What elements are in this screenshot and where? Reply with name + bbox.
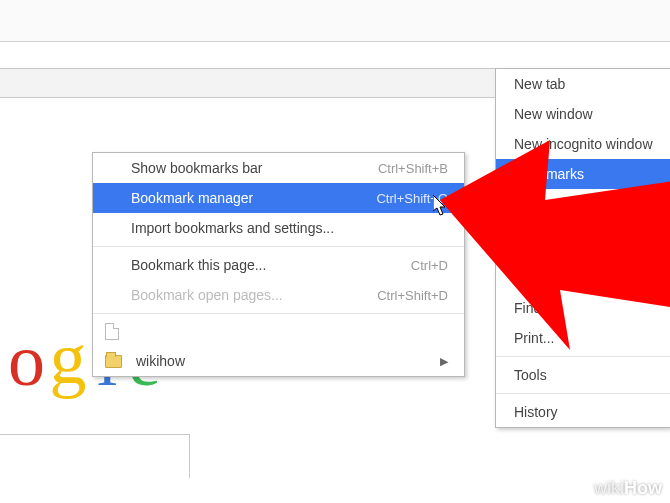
recent-tabs-item[interactable]: Recent Tabs — [496, 189, 670, 219]
history-item[interactable]: History — [496, 397, 670, 427]
menu-separator — [93, 246, 464, 247]
tools-item[interactable]: Tools — [496, 360, 670, 390]
folder-icon — [105, 355, 122, 368]
menu-separator — [93, 313, 464, 314]
menu-item-label: Bookmark manager — [131, 190, 253, 206]
menu-item-label: Find... — [514, 300, 553, 316]
relaunch-chrome-item[interactable]: Relaunch Chrome in Wi — [496, 226, 670, 256]
menu-separator — [496, 356, 670, 357]
save-page-item[interactable]: Save page as... — [496, 263, 670, 293]
menu-item-label: New tab — [514, 76, 565, 92]
bookmarks-submenu: Show bookmarks bar Ctrl+Shift+B Bookmark… — [92, 152, 465, 377]
menu-separator — [496, 393, 670, 394]
wikihow-watermark: wikiHow — [594, 478, 662, 499]
bookmarks-item[interactable]: Bookmarks — [496, 159, 670, 189]
logo-letter: o — [8, 318, 41, 403]
bookmark-this-page-item[interactable]: Bookmark this page... Ctrl+D — [93, 250, 464, 280]
menu-item-label: Bookmark this page... — [131, 257, 266, 273]
menu-item-label: History — [514, 404, 558, 420]
find-item[interactable]: Find... — [496, 293, 670, 323]
file-icon — [105, 323, 119, 340]
bookmark-file-item[interactable] — [93, 317, 464, 346]
menu-item-label: New window — [514, 106, 593, 122]
print-item[interactable]: Print... — [496, 323, 670, 353]
menu-item-shortcut: Ctrl+D — [411, 258, 448, 273]
menu-item-label: Print... — [514, 330, 554, 346]
new-tab-item[interactable]: New tab — [496, 69, 670, 99]
menu-item-label: Show bookmarks bar — [131, 160, 263, 176]
new-window-item[interactable]: New window — [496, 99, 670, 129]
menu-separator — [496, 259, 670, 260]
import-bookmarks-item[interactable]: Import bookmarks and settings... — [93, 213, 464, 243]
menu-item-label: Bookmark open pages... — [131, 287, 283, 303]
menu-item-label: Tools — [514, 367, 547, 383]
menu-item-label: Recent Tabs — [514, 196, 592, 212]
menu-item-shortcut: Ctrl+Shift+D — [377, 288, 448, 303]
menu-item-shortcut: Ctrl+Shift+B — [378, 161, 448, 176]
chevron-right-icon: ▶ — [440, 355, 448, 368]
menu-item-label: Import bookmarks and settings... — [131, 220, 334, 236]
new-incognito-window-item[interactable]: New incognito window — [496, 129, 670, 159]
menu-item-shortcut: Ctrl+Shift+O — [376, 191, 448, 206]
bookmark-open-pages-item: Bookmark open pages... Ctrl+Shift+D — [93, 280, 464, 310]
logo-letter: g — [50, 316, 83, 401]
watermark-suffix: How — [624, 478, 662, 498]
menu-item-label: New incognito window — [514, 136, 653, 152]
google-search-input[interactable] — [0, 434, 190, 478]
browser-toolbar — [0, 0, 670, 42]
watermark-prefix: wiki — [594, 478, 624, 498]
bookmark-folder-item[interactable]: wikihow ▶ — [93, 346, 464, 376]
folder-label: wikihow — [136, 353, 185, 369]
bookmark-manager-item[interactable]: Bookmark manager Ctrl+Shift+O — [93, 183, 464, 213]
chrome-main-menu: New tab New window New incognito window … — [495, 68, 670, 428]
menu-item-label: Save page as... — [514, 270, 611, 286]
show-bookmarks-bar-item[interactable]: Show bookmarks bar Ctrl+Shift+B — [93, 153, 464, 183]
menu-item-label: Bookmarks — [514, 166, 584, 182]
menu-separator — [496, 222, 670, 223]
menu-item-label: Relaunch Chrome in Wi — [514, 233, 662, 249]
